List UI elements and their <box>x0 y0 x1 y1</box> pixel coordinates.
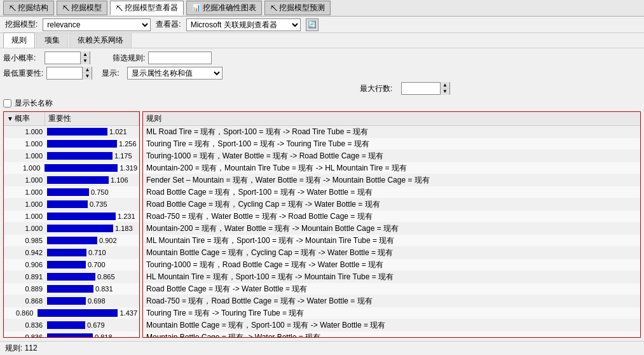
right-table-row[interactable]: ML Road Tire = 现有，Sport-100 = 现有 -> Road… <box>143 126 640 138</box>
tab-itemsets[interactable]: 项集 <box>36 32 68 48</box>
prob-value: 1.000 <box>4 212 45 220</box>
imp-bar-cell: 0.735 <box>45 200 139 208</box>
predict-icon: ⛏ <box>270 4 277 12</box>
min-prob-field[interactable]: 0.20 <box>45 52 80 64</box>
left-table-row[interactable]: 0.9060.700 <box>4 259 139 271</box>
show-long-name-checkbox[interactable] <box>3 99 11 108</box>
right-table-row[interactable]: Mountain-200 = 现有，Water Bottle = 现有 -> M… <box>143 223 640 235</box>
viewer-select[interactable]: Microsoft 关联规则查看器 <box>186 18 301 31</box>
imp-bar-cell: 1.256 <box>45 140 139 148</box>
imp-bar-cell: 0.679 <box>45 321 139 329</box>
prob-value: 1.000 <box>4 140 45 148</box>
right-table-row[interactable]: Mountain-200 = 现有，Mountain Tire Tube = 现… <box>143 162 640 174</box>
max-rows-up[interactable]: ▲ <box>441 82 449 88</box>
main-content: 最小概率: 0.20 ▲ ▼ 筛选规则: 最低重要性: -0.13 ▲ ▼ <box>0 48 644 341</box>
viewer-label: 查看器: <box>156 19 181 30</box>
min-imp-field[interactable]: -0.13 <box>47 67 82 79</box>
right-table-row[interactable]: Road-750 = 现有，Road Bottle Cage = 现有 -> W… <box>143 295 640 307</box>
min-imp-down[interactable]: ▼ <box>83 73 92 80</box>
left-table-row[interactable]: 1.0001.231 <box>4 211 139 223</box>
display-label: 显示: <box>102 68 124 79</box>
min-imp-up[interactable]: ▲ <box>83 67 92 73</box>
prob-value: 0.836 <box>4 333 45 337</box>
left-table-row[interactable]: 0.8680.698 <box>4 295 139 307</box>
imp-value: 1.183 <box>115 225 133 232</box>
prob-value: 1.000 <box>4 152 45 160</box>
right-table-row[interactable]: Mountain Bottle Cage = 现有 -> Water Bottl… <box>143 331 640 337</box>
importance-bar <box>47 176 109 184</box>
right-table-row[interactable]: Mountain Bottle Cage = 现有，Cycling Cap = … <box>143 247 640 259</box>
imp-value: 1.021 <box>109 128 127 136</box>
imp-bar-cell: 0.865 <box>45 273 139 281</box>
model-select[interactable]: relevance <box>43 18 151 31</box>
tab-dependency-network[interactable]: 依赖关系网络 <box>69 32 132 48</box>
imp-bar-cell: 0.710 <box>45 249 139 256</box>
right-table-row[interactable]: Fender Set – Mountain = 现有，Water Bottle … <box>143 174 640 186</box>
min-prob-up[interactable]: ▲ <box>81 52 90 58</box>
left-table-row[interactable]: 1.0000.750 <box>4 186 139 198</box>
right-table-row[interactable]: Road Bottle Cage = 现有 -> Water Bottle = … <box>143 283 640 295</box>
right-table-row[interactable]: ML Mountain Tire = 现有，Sport-100 = 现有 -> … <box>143 235 640 247</box>
left-table-row[interactable]: 1.0000.735 <box>4 198 139 211</box>
left-table-row[interactable]: 1.0001.106 <box>4 174 139 186</box>
imp-value: 1.106 <box>111 176 128 184</box>
max-rows-down[interactable]: ▼ <box>441 88 449 95</box>
left-table-row[interactable]: 1.0001.256 <box>4 138 139 150</box>
tab-bar: 规则 项集 依赖关系网络 <box>0 33 644 48</box>
left-table-row[interactable]: 0.8360.818 <box>4 331 139 337</box>
filter-input[interactable] <box>148 52 212 64</box>
left-table-row[interactable]: 0.9420.710 <box>4 247 139 259</box>
sort-icon: ▼ <box>7 115 13 122</box>
imp-value: 0.679 <box>87 321 105 329</box>
toolbar-tab-accuracy[interactable]: 📊 挖掘准确性图表 <box>186 1 262 15</box>
left-table-header: ▼ 概率 重要性 <box>4 112 139 126</box>
refresh-button[interactable]: 🔄 <box>306 18 319 31</box>
right-table-row[interactable]: Mountain Bottle Cage = 现有，Sport-100 = 现有… <box>143 319 640 331</box>
toolbar-tab-mine-structure[interactable]: ⛏ 挖掘结构 <box>3 1 54 15</box>
right-table-row[interactable]: Road Bottle Cage = 现有，Cycling Cap = 现有 -… <box>143 198 640 211</box>
toolbar-tab-mine-model[interactable]: ⛏ 挖掘模型 <box>57 1 107 15</box>
min-prob-down[interactable]: ▼ <box>81 58 90 64</box>
right-table-body[interactable]: ML Road Tire = 现有，Sport-100 = 现有 -> Road… <box>143 126 640 337</box>
right-table-row[interactable]: Touring Tire = 现有，Sport-100 = 现有 -> Tour… <box>143 138 640 150</box>
imp-bar-cell: 1.319 <box>43 164 139 172</box>
right-table-row[interactable]: Road-750 = 现有，Water Bottle = 现有 -> Road … <box>143 211 640 223</box>
right-table-row[interactable]: Road Bottle Cage = 现有，Sport-100 = 现有 -> … <box>143 186 640 198</box>
left-table-row[interactable]: 0.8910.865 <box>4 271 139 283</box>
col-header-imp: 重要性 <box>45 112 139 125</box>
max-rows-group: 最大行数: 2000 ▲ ▼ <box>360 82 450 95</box>
display-select[interactable]: 显示属性名称和值 <box>127 67 223 80</box>
left-table-row[interactable]: 1.0001.319 <box>4 162 139 174</box>
left-table-row[interactable]: 0.8360.679 <box>4 319 139 331</box>
right-table-row[interactable]: Touring-1000 = 现有，Road Bottle Cage = 现有 … <box>143 259 640 271</box>
left-table-row[interactable]: 0.8601.437 <box>4 307 139 319</box>
imp-bar-cell: 0.700 <box>45 261 139 268</box>
importance-bar <box>47 225 113 232</box>
importance-bar <box>38 309 118 317</box>
left-table-row[interactable]: 1.0001.183 <box>4 223 139 235</box>
left-table-row[interactable]: 1.0001.175 <box>4 150 139 162</box>
imp-value: 0.698 <box>88 297 106 305</box>
imp-bar-cell: 0.818 <box>45 333 139 337</box>
min-prob-spinner: ▲ ▼ <box>80 52 90 64</box>
toolbar-tab-mine-viewer[interactable]: ⛏ 挖掘模型查看器 <box>110 1 184 15</box>
right-table-row[interactable]: HL Mountain Tire = 现有，Sport-100 = 现有 -> … <box>143 271 640 283</box>
checkbox-row: 显示长名称 <box>3 97 641 109</box>
prob-value: 0.891 <box>4 273 45 281</box>
importance-bar <box>47 285 93 293</box>
left-table-row[interactable]: 0.9850.902 <box>4 235 139 247</box>
left-table-row[interactable]: 1.0001.021 <box>4 126 139 138</box>
left-table-body[interactable]: 1.0001.0211.0001.2561.0001.1751.0001.319… <box>4 126 139 337</box>
toolbar-tab-predict[interactable]: ⛏ 挖掘模型预测 <box>264 1 331 15</box>
left-table-row[interactable]: 0.8890.831 <box>4 283 139 295</box>
right-table-row[interactable]: Touring Tire = 现有 -> Touring Tire Tube =… <box>143 307 640 319</box>
importance-bar <box>47 261 86 268</box>
imp-bar-cell: 1.106 <box>45 176 139 184</box>
right-table-row[interactable]: Touring-1000 = 现有，Water Bottle = 现有 -> R… <box>143 150 640 162</box>
max-rows-field[interactable]: 2000 <box>402 83 440 94</box>
tab-rules[interactable]: 规则 <box>3 32 35 48</box>
imp-bar-cell: 1.175 <box>45 152 139 160</box>
imp-value: 0.902 <box>99 237 117 244</box>
imp-bar-cell: 0.902 <box>45 237 139 244</box>
prob-value: 0.906 <box>4 261 45 268</box>
